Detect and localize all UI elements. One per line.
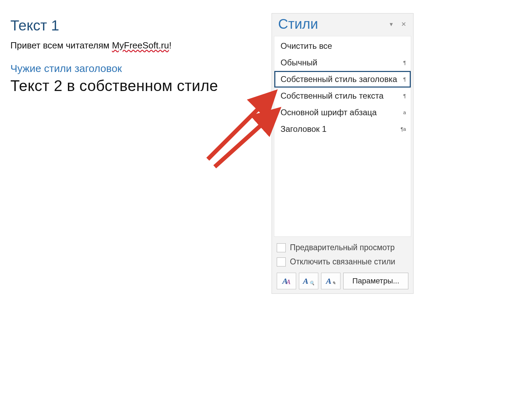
styles-panel: Стили ▾ ✕ Очистить все Обычный ¶ Собстве… — [272, 13, 414, 294]
doc-body-line: Привет всем читателям MyFreeSoft.ru! — [10, 40, 267, 51]
style-item-label: Очистить все — [281, 41, 332, 51]
doc-body-suffix: ! — [169, 40, 171, 51]
style-item-label: Основной шрифт абзаца — [281, 108, 377, 117]
checkbox-icon — [277, 257, 286, 266]
styles-options-button[interactable]: Параметры... — [343, 273, 408, 289]
doc-body-spellerror: MyFreeSoft.ru — [112, 40, 169, 51]
style-item-glyph: ¶ — [403, 76, 406, 82]
panel-dropdown-button[interactable]: ▾ — [387, 20, 396, 29]
doc-body-prefix: Привет всем читателям — [10, 40, 109, 51]
style-item[interactable]: Обычный ¶ — [274, 54, 411, 71]
styles-panel-bottom: Предварительный просмотр Отключить связа… — [272, 237, 413, 293]
styles-list: Очистить все Обычный ¶ Собственный стиль… — [274, 36, 411, 237]
style-inspector-button[interactable]: A🔍 — [299, 273, 318, 289]
style-item-glyph: ¶a — [401, 126, 406, 132]
style-item-label: Обычный — [281, 58, 317, 67]
annotation-arrow-1 — [194, 87, 281, 163]
doc-custom-style-text: Текст 2 в собственном стиле — [10, 77, 267, 94]
style-item-label: Заголовок 1 — [281, 124, 327, 134]
style-inspector-icon: A🔍 — [303, 276, 314, 286]
document-area: Текст 1 Привет всем читателям MyFreeSoft… — [10, 17, 267, 94]
style-item[interactable]: Основной шрифт абзаца a — [274, 104, 411, 121]
disable-linked-checkbox-label: Отключить связанные стили — [290, 257, 395, 266]
disable-linked-checkbox-row[interactable]: Отключить связанные стили — [277, 257, 408, 266]
preview-checkbox-label: Предварительный просмотр — [290, 243, 395, 252]
svg-line-0 — [208, 93, 274, 159]
new-style-button[interactable]: AA — [277, 273, 296, 289]
style-item-glyph: ¶ — [403, 93, 406, 99]
style-item-glyph: a — [403, 110, 406, 115]
close-icon: ✕ — [401, 21, 406, 28]
style-item-glyph: ¶ — [403, 60, 406, 65]
checkbox-icon — [277, 243, 286, 252]
style-item-label: Собственный стиль текста — [281, 91, 383, 101]
style-item-label: Собственный стиль заголовка — [281, 74, 397, 84]
styles-options-label: Параметры... — [352, 276, 399, 285]
styles-button-row: AA A🔍 A✎ Параметры... — [277, 273, 408, 289]
style-item-selected[interactable]: Собственный стиль заголовка ¶ — [274, 71, 411, 88]
doc-heading-1: Текст 1 — [10, 17, 267, 34]
new-style-icon: AA — [282, 276, 291, 286]
manage-styles-button[interactable]: A✎ — [321, 273, 340, 289]
manage-styles-icon: A✎ — [326, 276, 336, 286]
doc-heading-2: Чужие стили заголовок — [10, 63, 267, 74]
style-item[interactable]: Заголовок 1 ¶a — [274, 121, 411, 137]
chevron-down-icon: ▾ — [390, 21, 393, 28]
style-item[interactable]: Собственный стиль текста ¶ — [274, 88, 411, 104]
styles-panel-title: Стили — [278, 16, 384, 32]
preview-checkbox-row[interactable]: Предварительный просмотр — [277, 243, 408, 252]
panel-close-button[interactable]: ✕ — [398, 20, 409, 29]
styles-panel-header: Стили ▾ ✕ — [272, 13, 413, 34]
style-item[interactable]: Очистить все — [274, 38, 411, 54]
svg-line-1 — [215, 111, 277, 167]
